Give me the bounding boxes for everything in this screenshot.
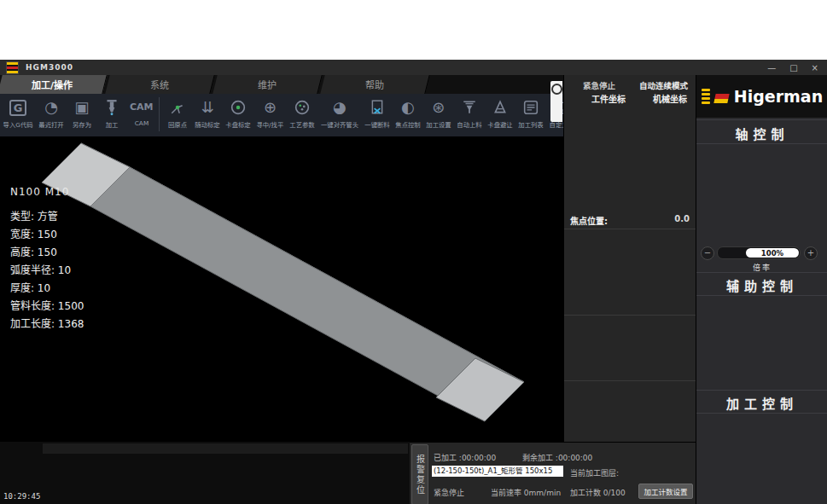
menu-tab-label: 系统 [150,78,169,91]
cam-label: CAM [134,119,149,126]
cam-button[interactable]: CAMCAM [126,94,156,127]
alarm-table-header [43,443,408,454]
alarm-reset-button[interactable]: 报警复位 [411,444,428,504]
one-key-cut-button[interactable]: 一键断料 [362,94,393,129]
work-coord-header: 工件坐标 [591,92,626,105]
recent-open-button[interactable]: ◔最近打开 [36,94,67,129]
one-key-cut-label: 一键断料 [364,119,389,128]
tube-info-3: 弧度半径: 10 [10,262,84,280]
chuck-calibration-icon [230,96,246,119]
process-settings-label: 加工设置 [426,119,451,128]
proc-control-title: 加工控制 [696,394,827,412]
bottom-status-panel: 报警复位 已加工 :00:00:00 剩余加工 :00:00:00 (12-15… [410,442,696,504]
align-tube-head-button[interactable]: ◕一键对齐管头 [317,94,362,129]
tube-3d-viewport[interactable]: N100 M10 类型: 方管宽度: 150高度: 150弧度半径: 10厚度:… [0,136,563,442]
chuck-avoidance-icon [492,96,508,119]
tube-3d-view[interactable] [0,136,563,442]
layer-label: 当前加工图层: [570,467,619,478]
chuck-calibration-label: 卡盘标定 [225,119,250,128]
tube-info-1: 宽度: 150 [10,226,84,244]
auto-loading-button[interactable]: 自动上料 [454,94,485,129]
remaining-time: 剩余加工 :00:00:00 [522,452,592,463]
machine-state: 紧急停止 [434,487,464,498]
process-button[interactable]: 加工 [96,94,126,129]
focus-position-label: 焦点位置: [570,214,608,227]
menu-tab-2[interactable]: 维护 [213,75,322,94]
auto-continuous-mode-button[interactable]: 自动连续模式 [639,79,688,91]
brand-name: Higerman [734,87,823,106]
chuck-calibration-button[interactable]: 卡盘标定 [223,94,253,129]
process-list-button[interactable]: 加工列表 [515,94,546,129]
center-leveling-icon: ⊕ [264,96,277,119]
align-tube-head-icon: ◕ [333,96,347,119]
program-line: N100 M10 [10,186,69,198]
save-as-icon: ▣ [74,96,89,119]
home-origin-icon [170,96,185,119]
chuck-avoidance-button[interactable]: 卡盘避让 [485,94,515,129]
current-speed: 当前速率 0mm/min [491,487,561,498]
center-leveling-button[interactable]: ⊕寻中/找平 [253,94,287,129]
override-slider[interactable]: 100% [717,246,801,259]
center-leveling-label: 寻中/找平 [257,119,284,128]
aux-control-title: 辅助控制 [696,276,827,294]
machine-coord-header: 机械坐标 [653,92,687,105]
count-settings-button[interactable]: 加工计数设置 [638,484,693,499]
menu-tab-label: 加工/操作 [32,78,73,91]
import-gcode-label: 导入G代码 [3,119,33,128]
auto-loading-icon [462,96,477,119]
tube-info-5: 管料长度: 1500 [10,298,84,316]
process-icon [104,96,119,119]
app-logo-icon [6,61,19,74]
tube-info-6: 加工长度: 1368 [10,316,84,333]
tube-info-2: 高度: 150 [10,244,84,262]
tube-info-list: 类型: 方管宽度: 150高度: 150弧度半径: 10厚度: 10管料长度: … [10,208,84,333]
process-label: 加工 [105,119,118,128]
toolbar-overflow-strip[interactable] [550,81,562,122]
override-plus-button[interactable]: + [804,246,818,260]
recent-open-icon: ◔ [44,96,58,119]
override-minus-button[interactable]: − [701,246,714,260]
import-gcode-icon: G [9,96,27,119]
process-params-button[interactable]: 工艺参数 [287,94,317,129]
one-key-cut-icon [370,96,384,119]
clock-time: 10:29:45 [3,492,40,501]
tube-info-4: 厚度: 10 [10,280,84,298]
menu-tab-3[interactable]: 帮助 [320,75,429,94]
process-settings-button[interactable]: ⊛加工设置 [423,94,454,129]
close-icon[interactable]: × [812,63,818,72]
focus-control-button[interactable]: ◐焦点控制 [393,94,423,129]
log-alarm-panel: 10:29:45 [0,442,410,504]
brand-flag-icon [713,90,730,103]
align-tube-head-label: 一键对齐管头 [321,119,358,128]
focus-position-value: 0.0 [674,214,690,223]
home-origin-button[interactable]: 回原点 [162,94,192,129]
import-gcode-button[interactable]: G导入G代码 [0,94,36,129]
save-as-button[interactable]: ▣另存为 [67,94,96,129]
follow-calibration-icon: ⇊ [201,96,214,119]
follow-calibration-button[interactable]: ⇊随动标定 [192,94,223,129]
override-value[interactable]: 100% [746,248,799,258]
window-title: HGM3000 [26,63,73,72]
toolbar-divider [159,97,160,131]
emergency-stop-status[interactable]: 紧急停止 [583,79,615,91]
axis-control-title: 轴控制 [696,125,827,142]
recent-open-label: 最近打开 [38,119,63,128]
cam-icon: CAM [130,96,154,119]
process-list-icon [523,96,539,119]
current-file-field[interactable]: (12-150-150t)_A1_矩形管 150x15 [432,466,563,477]
process-settings-icon: ⊛ [432,96,445,119]
chuck-avoidance-label: 卡盘避让 [487,119,512,128]
menu-tab-label: 帮助 [365,78,384,91]
processed-time: 已加工 :00:00:00 [434,452,496,463]
process-params-icon [294,96,310,119]
menu-tab-0[interactable]: 加工/操作 [0,75,108,94]
focus-control-icon: ◐ [401,96,415,119]
tube-info-0: 类型: 方管 [10,208,84,226]
menu-tab-1[interactable]: 系统 [105,75,214,94]
brand-logo: Higerman [696,75,827,118]
maximize-icon[interactable]: □ [789,63,797,72]
focus-control-label: 焦点控制 [395,119,420,128]
coordinate-panel: 紧急停止 自动连续模式 工件坐标 机械坐标 焦点位置: 0.0 [563,75,696,442]
minimize-icon[interactable]: — [767,63,776,72]
auto-loading-label: 自动上料 [457,119,481,128]
